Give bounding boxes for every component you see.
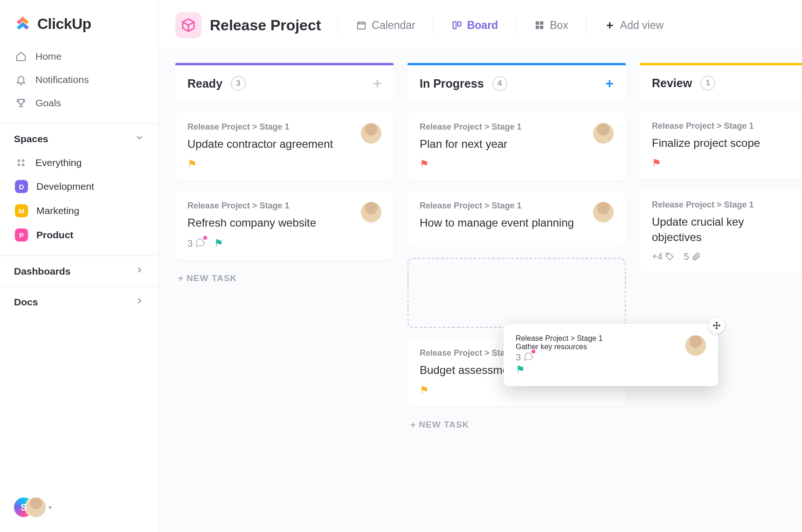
- card-title: Update contractor agreement: [187, 137, 381, 152]
- chevron-down-icon: [135, 133, 144, 145]
- space-everything-label: Everything: [35, 157, 82, 168]
- priority-flag-icon[interactable]: ⚑: [652, 157, 661, 169]
- sidebar: ClickUp Home Notifications Goals Spaces: [0, 0, 159, 532]
- column-title: In Progress: [420, 77, 484, 90]
- space-badge: D: [15, 180, 28, 193]
- attachments-count[interactable]: 5: [684, 251, 701, 262]
- priority-flag-icon[interactable]: ⚑: [214, 237, 223, 249]
- grid-dots-icon: [15, 157, 27, 169]
- board-column-review: Review 1 Release Project > Stage 1 Final…: [640, 63, 802, 283]
- dragging-task-card[interactable]: Release Project > Stage 1 Gather key res…: [504, 324, 718, 386]
- tags-count[interactable]: +4: [652, 251, 674, 262]
- column-title: Ready: [187, 77, 222, 90]
- chevron-down-icon: ▾: [48, 504, 52, 511]
- sidebar-space-development[interactable]: D Development: [8, 174, 150, 199]
- comments-number: 3: [187, 238, 193, 249]
- nav-dashboards[interactable]: Dashboards: [0, 256, 158, 286]
- nav-goals[interactable]: Goals: [8, 91, 150, 115]
- avatar-stack: S: [13, 497, 46, 518]
- task-card[interactable]: Release Project > Stage 1 Update crucial…: [640, 190, 802, 272]
- comment-icon: [524, 351, 534, 364]
- space-label: Marketing: [36, 205, 79, 216]
- task-card[interactable]: Release Project > Stage 1 Plan for next …: [408, 112, 626, 180]
- priority-flag-icon[interactable]: ⚑: [187, 158, 197, 170]
- spaces-header[interactable]: Spaces: [0, 123, 158, 151]
- board-column-ready: Ready 3 + Release Project > Stage 1 Upda…: [175, 63, 394, 286]
- main: Release Project Calendar Board Box + Add…: [159, 0, 802, 532]
- card-title: Gather key resources: [516, 343, 706, 351]
- sidebar-space-marketing[interactable]: M Marketing: [8, 199, 150, 223]
- sidebar-space-product[interactable]: P Product: [8, 223, 150, 247]
- column-add-button[interactable]: +: [373, 76, 381, 91]
- column-header: In Progress 4 +: [408, 65, 626, 102]
- space-everything[interactable]: Everything: [8, 151, 150, 174]
- view-tab-label: Calendar: [372, 19, 415, 32]
- move-cursor-icon: [709, 318, 725, 333]
- divider: [338, 16, 338, 35]
- user-menu[interactable]: S ▾: [13, 497, 52, 518]
- column-add-button[interactable]: +: [605, 76, 614, 91]
- task-card[interactable]: Release Project > Stage 1 Finalize proje…: [640, 111, 802, 180]
- task-card[interactable]: Release Project > Stage 1 Update contrac…: [175, 112, 394, 180]
- card-title: How to manage event planning: [420, 215, 614, 230]
- card-dropzone[interactable]: [408, 258, 626, 328]
- plus-icon: +: [604, 20, 615, 31]
- view-tab-label: Box: [550, 19, 568, 32]
- svg-rect-8: [540, 21, 543, 25]
- board: Ready 3 + Release Project > Stage 1 Upda…: [159, 50, 802, 532]
- svg-point-2: [18, 164, 20, 166]
- add-view-button[interactable]: + Add view: [599, 16, 669, 35]
- comments-number: 3: [516, 352, 521, 363]
- assignee-avatar[interactable]: [361, 123, 381, 144]
- new-task-button[interactable]: + NEW TASK: [175, 270, 394, 286]
- task-card[interactable]: Release Project > Stage 1 How to manage …: [408, 191, 626, 247]
- view-tab-board[interactable]: Board: [446, 16, 504, 35]
- box-grid-icon: [534, 20, 545, 31]
- nav-notifications-label: Notifications: [35, 74, 89, 85]
- topbar: Release Project Calendar Board Box + Add…: [159, 0, 802, 50]
- brand-name: ClickUp: [37, 15, 91, 33]
- assignee-avatar[interactable]: [685, 335, 706, 356]
- view-tab-box[interactable]: Box: [528, 16, 574, 35]
- priority-flag-icon[interactable]: ⚑: [420, 158, 429, 170]
- comments-count[interactable]: 3: [187, 237, 206, 250]
- card-title: Finalize project scope: [652, 136, 795, 151]
- nav-docs[interactable]: Docs: [0, 286, 158, 317]
- chevron-right-icon: [135, 296, 144, 308]
- chevron-right-icon: [135, 265, 144, 277]
- add-view-label: Add view: [620, 19, 664, 32]
- nav-dashboards-label: Dashboards: [14, 266, 70, 277]
- view-tab-calendar[interactable]: Calendar: [350, 16, 421, 35]
- home-icon: [15, 50, 27, 62]
- column-header: Review 1: [640, 65, 802, 101]
- divider: [433, 16, 434, 35]
- card-breadcrumb: Release Project > Stage 1: [652, 200, 795, 210]
- card-breadcrumb: Release Project > Stage 1: [420, 201, 614, 211]
- brand-row[interactable]: ClickUp: [0, 0, 158, 45]
- assignee-avatar[interactable]: [593, 123, 614, 144]
- svg-rect-10: [540, 26, 543, 29]
- svg-rect-4: [358, 22, 366, 29]
- priority-flag-icon[interactable]: ⚑: [420, 384, 429, 396]
- comments-count[interactable]: 3: [516, 351, 706, 364]
- new-task-button[interactable]: + NEW TASK: [408, 417, 626, 433]
- nav-notifications[interactable]: Notifications: [8, 68, 150, 91]
- column-title: Review: [652, 76, 692, 90]
- trophy-icon: [15, 97, 27, 109]
- task-card[interactable]: Release Project > Stage 1 Refresh compan…: [175, 191, 394, 260]
- card-breadcrumb: Release Project > Stage 1: [187, 201, 381, 211]
- card-title: Plan for next year: [420, 137, 614, 152]
- divider: [516, 16, 516, 35]
- card-breadcrumb: Release Project > Stage 1: [187, 122, 381, 132]
- user-avatar: [25, 497, 47, 518]
- spaces-header-label: Spaces: [14, 133, 48, 145]
- tag-icon: [665, 252, 674, 261]
- svg-rect-9: [536, 26, 539, 29]
- view-tab-label: Board: [467, 19, 498, 32]
- nav-home[interactable]: Home: [8, 45, 150, 68]
- bell-icon: [15, 74, 27, 86]
- svg-point-0: [18, 160, 20, 162]
- card-breadcrumb: Release Project > Stage 1: [420, 122, 614, 132]
- priority-flag-icon[interactable]: ⚑: [516, 364, 525, 375]
- divider: [586, 16, 587, 35]
